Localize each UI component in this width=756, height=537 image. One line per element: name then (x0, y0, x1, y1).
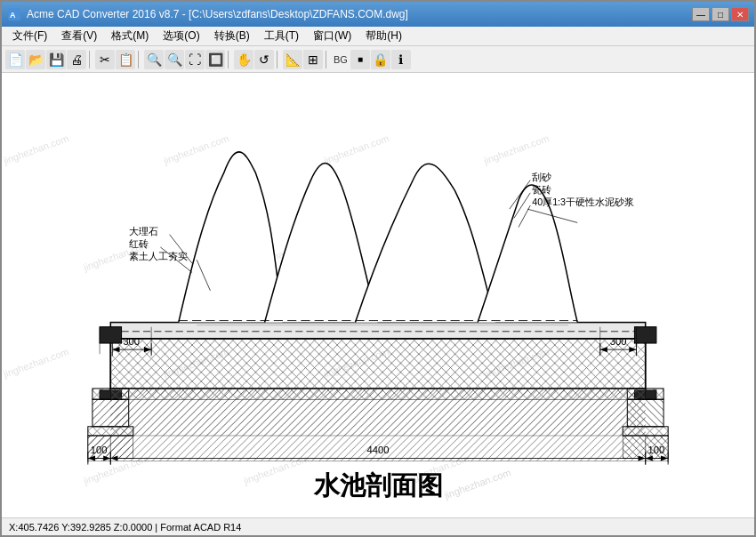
window-controls: — □ ✕ (692, 7, 749, 21)
svg-rect-19 (634, 327, 655, 343)
svg-text:40厚1:3干硬性水泥砂浆: 40厚1:3干硬性水泥砂浆 (532, 196, 634, 207)
info-icon[interactable]: ℹ (391, 50, 411, 69)
zoom-out-icon[interactable]: 🔍 (165, 50, 184, 69)
window-title: Acme CAD Converter 2016 v8.7 - [C:\Users… (27, 8, 692, 20)
menu-bar: 文件(F) 查看(V) 格式(M) 选项(O) 转换(B) 工具(T) 窗口(W… (2, 27, 754, 46)
zoom-in-icon[interactable]: 🔍 (144, 50, 164, 69)
svg-rect-13 (100, 327, 121, 343)
svg-text:300: 300 (610, 336, 627, 347)
grid-icon[interactable]: ⊞ (303, 50, 323, 69)
svg-rect-28 (110, 389, 645, 399)
format-info: Format ACAD R14 (160, 522, 241, 533)
pan-icon[interactable]: ✋ (234, 50, 253, 69)
svg-text:100: 100 (91, 445, 108, 455)
new-icon[interactable]: 📄 (5, 50, 25, 69)
copy-icon[interactable]: 📋 (116, 50, 135, 69)
sep1 (89, 51, 92, 68)
svg-rect-11 (110, 339, 645, 389)
menu-help[interactable]: 帮助(H) (358, 27, 409, 45)
menu-view[interactable]: 查看(V) (54, 27, 104, 45)
cut-icon[interactable]: ✂ (95, 50, 115, 69)
cad-drawing: 300 300 100 (2, 73, 754, 517)
menu-options[interactable]: 选项(O) (156, 27, 206, 45)
svg-text:jinghezhan.com: jinghezhan.com (442, 467, 512, 501)
status-separator: | (152, 522, 160, 533)
menu-tools[interactable]: 工具(T) (257, 27, 306, 45)
bg-color-icon[interactable]: ■ (350, 50, 370, 69)
drawing-area[interactable]: jinghezhan.com jinghezhan.com jinghezhan… (2, 73, 754, 517)
save-icon[interactable]: 💾 (46, 50, 66, 69)
menu-file[interactable]: 文件(F) (5, 27, 54, 45)
app-icon: A (7, 7, 21, 21)
bg-label: BG (332, 54, 350, 65)
print-icon[interactable]: 🖨 (67, 50, 86, 69)
svg-text:4400: 4400 (367, 445, 390, 455)
maximize-button[interactable]: □ (712, 7, 729, 21)
sep4 (277, 51, 280, 68)
svg-text:瓷砖: 瓷砖 (532, 184, 551, 195)
sep5 (326, 51, 329, 68)
coordinates: X:405.7426 Y:392.9285 Z:0.0000 (9, 522, 152, 533)
sep3 (228, 51, 231, 68)
lock-icon[interactable]: 🔒 (371, 50, 390, 69)
open-icon[interactable]: 📂 (26, 50, 45, 69)
svg-text:大理石: 大理石 (129, 226, 158, 236)
svg-text:水池剖面图: 水池剖面图 (313, 471, 443, 500)
minimize-button[interactable]: — (692, 7, 710, 21)
close-button[interactable]: ✕ (731, 7, 749, 21)
zoom-window-icon[interactable]: 🔲 (205, 50, 225, 69)
menu-format[interactable]: 格式(M) (104, 27, 156, 45)
sep2 (138, 51, 141, 68)
menu-convert[interactable]: 转换(B) (207, 27, 257, 45)
menu-window[interactable]: 窗口(W) (306, 27, 358, 45)
title-bar: A Acme CAD Converter 2016 v8.7 - [C:\Use… (2, 2, 754, 27)
toolbar-main: 📄 📂 💾 🖨 ✂ 📋 🔍 🔍 ⛶ 🔲 ✋ ↺ 📐 ⊞ BG ■ 🔒 ℹ (2, 46, 754, 73)
svg-text:A: A (10, 11, 16, 20)
svg-text:300: 300 (123, 336, 140, 347)
svg-text:素土人工夯实: 素土人工夯实 (129, 251, 188, 261)
svg-text:100: 100 (648, 445, 665, 455)
measure-icon[interactable]: 📐 (283, 50, 302, 69)
svg-text:刮砂: 刮砂 (532, 172, 551, 182)
svg-rect-9 (110, 323, 645, 339)
status-bar: X:405.7426 Y:392.9285 Z:0.0000 | Format … (2, 517, 754, 535)
main-window: A Acme CAD Converter 2016 v8.7 - [C:\Use… (0, 0, 756, 537)
zoom-fit-icon[interactable]: ⛶ (185, 50, 205, 69)
svg-text:红砖: 红砖 (129, 238, 149, 249)
refresh-icon[interactable]: ↺ (254, 50, 274, 69)
